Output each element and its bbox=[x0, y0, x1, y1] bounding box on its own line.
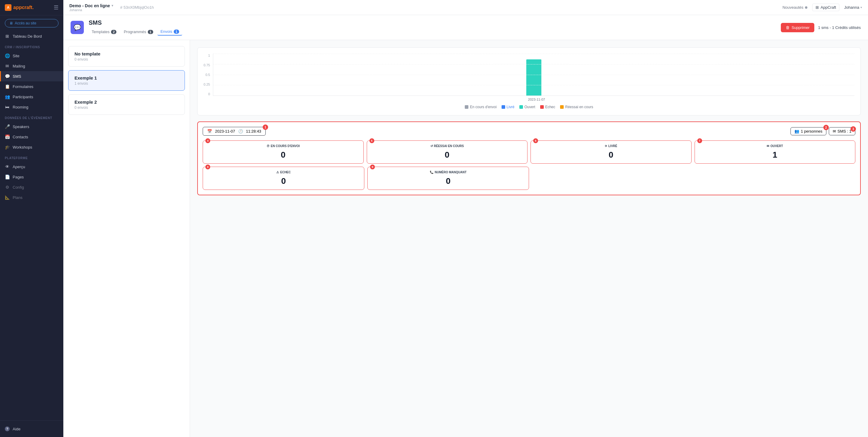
user-menu[interactable]: Johanna ▾ bbox=[844, 5, 862, 10]
badge-3: 3 bbox=[850, 126, 856, 132]
legend-dot-echec bbox=[540, 105, 544, 109]
logo: A appcraft. bbox=[5, 4, 34, 11]
send-card-header: 📅 2023-11-07 🕐 11:28:43 1 2 👥 1 pe bbox=[203, 127, 855, 136]
sms-icon: 💬 bbox=[5, 74, 10, 79]
sidebar-item-plans[interactable]: 📐 Plans bbox=[0, 192, 63, 203]
stats-grid-bottom: 8 ⚠ ECHEC 0 9 📞 NUMÉRO MANQUANT 0 bbox=[203, 167, 529, 190]
user-chevron-icon: ▾ bbox=[861, 6, 862, 9]
sidebar-bottom: ? Aide bbox=[0, 421, 63, 437]
tab-programmes[interactable]: Programmés 1 bbox=[121, 28, 156, 36]
stat-en-cours-envoi: 4 ⏱ EN COURS D'ENVOI 0 bbox=[203, 140, 364, 164]
mic-icon: 🎤 bbox=[5, 124, 10, 129]
sidebar-item-tableau[interactable]: ⊞ Tableau De Bord bbox=[0, 31, 63, 41]
legend-dot-livre bbox=[501, 105, 505, 109]
page-icon: 💬 bbox=[70, 21, 84, 34]
logo-icon: A bbox=[5, 4, 11, 11]
legend-echec: Echec bbox=[540, 105, 555, 109]
nouveautes-button[interactable]: Nouveautés bbox=[782, 5, 807, 10]
bed-icon: 🛏 bbox=[5, 105, 10, 109]
envelope-icon: ✉ bbox=[833, 129, 836, 134]
sidebar: A appcraft. ☰ 🖥 Accès au site ⊞ Tableau … bbox=[0, 0, 63, 437]
page-title: SMS bbox=[89, 19, 776, 26]
chat-icon: 💬 bbox=[73, 24, 81, 31]
sidebar-item-formulaires[interactable]: 📋 Formulaires bbox=[0, 81, 63, 92]
badge-1: 1 bbox=[263, 125, 268, 130]
refresh-icon: ↺ bbox=[430, 144, 433, 148]
calendar-icon: 📅 bbox=[207, 129, 212, 134]
project-name: Demo - Doc en ligne ▾ bbox=[69, 3, 113, 8]
sidebar-item-speakers[interactable]: 🎤 Speakers bbox=[0, 122, 63, 132]
section-data-label: DONNÉES DE L'ÉVÉNEMENT bbox=[0, 112, 63, 122]
nouveautes-dot bbox=[805, 6, 807, 9]
clock-icon: 🕐 bbox=[238, 129, 243, 134]
sidebar-item-config[interactable]: ⚙ Config bbox=[0, 182, 63, 192]
legend-en-cours: En cours d'envoi bbox=[465, 105, 496, 109]
clock-small-icon: ⏱ bbox=[267, 144, 270, 148]
config-icon: ⚙ bbox=[5, 185, 10, 190]
plans-icon: 📐 bbox=[5, 195, 10, 200]
sidebar-item-mailing[interactable]: ✉ Mailing bbox=[0, 61, 63, 71]
legend-dot-encours bbox=[465, 105, 468, 109]
send-date-time: 📅 2023-11-07 🕐 11:28:43 bbox=[203, 127, 266, 136]
sidebar-item-participants[interactable]: 👥 Participants bbox=[0, 92, 63, 102]
tab-envois[interactable]: Envois 1 bbox=[157, 28, 182, 36]
send-icon: ✈ bbox=[605, 144, 607, 148]
stat-livre: 6 ✈ LIVRÉ 0 bbox=[530, 140, 691, 164]
template-card-no-template[interactable]: No template 0 envois bbox=[68, 46, 185, 67]
left-panel: No template 0 envois Exemple 1 1 envois … bbox=[63, 40, 190, 437]
legend-dot-ouvert bbox=[519, 105, 523, 109]
stat-ouvert: 7 ✉ OUVERT 1 bbox=[694, 140, 856, 164]
sidebar-item-contacts[interactable]: 📅 Contacts bbox=[0, 132, 63, 142]
chart-y-075: 0.75 bbox=[204, 63, 210, 67]
section-crm-label: CRM / INSCRIPTIONS bbox=[0, 41, 63, 51]
trash-icon: 🗑 bbox=[786, 25, 789, 30]
chart-legend: En cours d'envoi Livré Ouvert Echec bbox=[204, 105, 855, 109]
page-header: 💬 SMS Templates 2 Programmés 1 Envois 1 bbox=[63, 15, 868, 40]
tab-templates[interactable]: Templates 2 bbox=[89, 28, 119, 36]
appcraft-switcher[interactable]: ⊞ AppCraft bbox=[812, 4, 839, 11]
grid-small-icon: ⊞ bbox=[815, 5, 819, 10]
template-card-exemple1[interactable]: Exemple 1 1 envois bbox=[68, 70, 185, 91]
topbar: Demo - Doc en ligne ▾ Johanna # 53nX0Mbj… bbox=[63, 0, 868, 15]
sidebar-item-apercu[interactable]: 👁 Aperçu bbox=[0, 162, 63, 172]
stats-grid-top: 4 ⏱ EN COURS D'ENVOI 0 5 ↺ RÉESSAI EN CO… bbox=[203, 140, 855, 164]
credits-info: 1 sms - 1 Crédits utilisés bbox=[818, 25, 861, 30]
chart-area: 1 0.75 0.5 0.25 0 bbox=[197, 47, 861, 115]
chart-y-0: 0 bbox=[208, 92, 210, 96]
grid-icon: ⊞ bbox=[5, 34, 10, 39]
legend-ouvert: Ouvert bbox=[519, 105, 535, 109]
chart-y-05: 0.5 bbox=[206, 73, 210, 76]
right-panel: 1 0.75 0.5 0.25 0 bbox=[190, 40, 868, 437]
topbar-project: Demo - Doc en ligne ▾ Johanna bbox=[69, 3, 113, 12]
sidebar-item-rooming[interactable]: 🛏 Rooming bbox=[0, 102, 63, 112]
globe-icon: 🌐 bbox=[5, 53, 10, 58]
page-title-group: SMS Templates 2 Programmés 1 Envois 1 bbox=[89, 19, 776, 36]
stat-echec: 8 ⚠ ECHEC 0 bbox=[203, 167, 364, 190]
sidebar-item-aide[interactable]: ? Aide bbox=[0, 424, 63, 434]
legend-dot-reessai bbox=[560, 105, 564, 109]
warning-icon: ⚠ bbox=[276, 171, 279, 174]
legend-livre: Livré bbox=[501, 105, 515, 109]
project-chevron-icon[interactable]: ▾ bbox=[112, 4, 113, 7]
chart-y-025: 0.25 bbox=[204, 82, 210, 86]
send-card: ➜ 📅 2023-11-07 🕐 11:28:43 1 2 bbox=[197, 122, 861, 195]
main: Demo - Doc en ligne ▾ Johanna # 53nX0Mbj… bbox=[63, 0, 868, 437]
legend-reessai: Réessai en cours bbox=[560, 105, 593, 109]
help-icon: ? bbox=[5, 427, 10, 431]
sidebar-item-workshops[interactable]: 🎓 Workshops bbox=[0, 142, 63, 152]
delete-button[interactable]: 🗑 Supprimer bbox=[781, 23, 814, 32]
sidebar-item-sms[interactable]: 💬 SMS bbox=[0, 71, 63, 81]
mail-open-icon: ✉ bbox=[767, 144, 769, 148]
access-site-button[interactable]: 🖥 Accès au site bbox=[5, 19, 59, 27]
topbar-hash: # 53nX0MbjqlOo1h bbox=[120, 5, 154, 10]
sidebar-logo: A appcraft. ☰ bbox=[0, 0, 63, 15]
chart-y-1: 1 bbox=[208, 54, 210, 57]
sidebar-item-pages[interactable]: 📄 Pages bbox=[0, 172, 63, 182]
sidebar-item-site[interactable]: 🌐 Site bbox=[0, 51, 63, 61]
workshop-icon: 🎓 bbox=[5, 145, 10, 149]
hamburger-icon[interactable]: ☰ bbox=[54, 4, 59, 11]
phone-icon: 📞 bbox=[430, 171, 433, 174]
split-layout: No template 0 envois Exemple 1 1 envois … bbox=[63, 40, 868, 437]
badge-3-area: 3 bbox=[850, 126, 856, 132]
template-card-exemple2[interactable]: Exemple 2 0 envois bbox=[68, 94, 185, 115]
